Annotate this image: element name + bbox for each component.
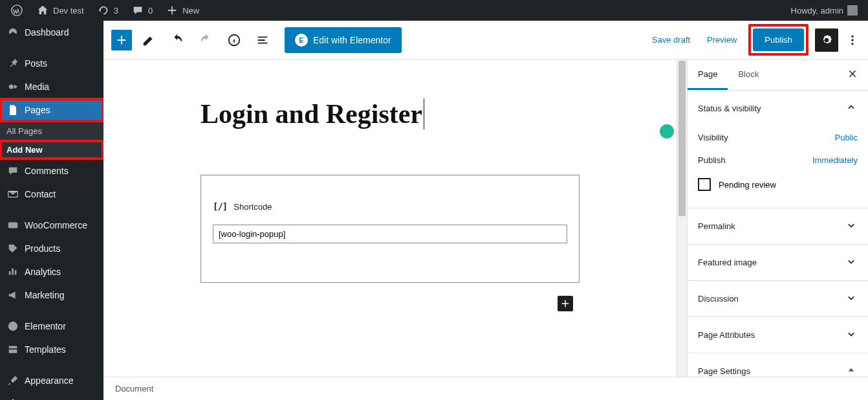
settings-toggle-button[interactable] — [815, 28, 838, 52]
tab-page[interactable]: Page — [688, 60, 728, 90]
sidebar-item-products[interactable]: Products — [0, 237, 103, 260]
sidebar-label-elementor: Elementor — [25, 321, 66, 331]
svg-point-7 — [851, 39, 853, 41]
svg-point-3 — [8, 322, 17, 331]
media-icon — [6, 80, 19, 93]
panel-label-featured: Featured image — [698, 258, 757, 267]
sidebar-label-woocommerce: WooCommerce — [25, 220, 87, 230]
panel-label-attributes: Page Attributes — [698, 330, 755, 340]
sidebar-sub-all-pages[interactable]: All Pages — [0, 122, 103, 140]
info-button[interactable] — [222, 28, 246, 52]
panel-discussion[interactable]: Discussion — [688, 281, 868, 317]
panel-label-status: Status & visibility — [698, 104, 761, 113]
sidebar-label-appearance: Appearance — [25, 375, 74, 386]
chevron-down-icon — [845, 291, 858, 306]
sidebar-item-appearance[interactable]: Appearance — [0, 369, 103, 392]
panel-status-visibility[interactable]: Status & visibility — [688, 91, 868, 126]
sidebar-item-analytics[interactable]: Analytics — [0, 260, 103, 283]
publish-button[interactable]: Publish — [753, 28, 804, 51]
panel-page-attributes[interactable]: Page Attributes — [688, 317, 868, 353]
gear-icon — [6, 397, 19, 400]
tab-block[interactable]: Block — [728, 60, 769, 90]
shortcode-label: Shortcode — [233, 202, 272, 212]
pending-review-checkbox[interactable] — [698, 178, 711, 191]
dashboard-icon — [6, 26, 19, 39]
sidebar-label-templates: Templates — [25, 344, 66, 355]
updates-count: 3 — [114, 6, 118, 16]
chevron-down-icon — [845, 255, 858, 270]
sidebar-item-woostify[interactable]: Woostify Options — [0, 392, 103, 400]
svg-point-8 — [851, 43, 853, 45]
sidebar-label-posts: Posts — [25, 58, 47, 69]
sidebar-item-media[interactable]: Media — [0, 75, 103, 98]
visibility-value[interactable]: Public — [835, 133, 858, 142]
sidebar-item-dashboard[interactable]: Dashboard — [0, 21, 103, 44]
howdy-link[interactable]: Howdy, admin — [786, 0, 863, 21]
page-title-input[interactable]: Login and Register — [201, 98, 424, 129]
new-content-link[interactable]: New — [160, 0, 204, 21]
scroll-thumb[interactable] — [678, 61, 686, 216]
triangle-up-icon — [845, 364, 858, 377]
sidebar-item-elementor[interactable]: Elementor — [0, 315, 103, 338]
svg-point-1 — [9, 84, 14, 89]
chevron-down-icon — [845, 328, 858, 342]
panel-permalink[interactable]: Permalink — [688, 208, 868, 244]
sidebar-item-marketing[interactable]: Marketing — [0, 283, 103, 307]
grammarly-icon[interactable] — [660, 124, 674, 139]
comment-icon — [6, 164, 19, 177]
sidebar-item-comments[interactable]: Comments — [0, 159, 103, 183]
analytics-icon — [6, 265, 19, 278]
sidebar-label-marketing: Marketing — [25, 290, 64, 300]
panel-label-discussion: Discussion — [698, 294, 739, 304]
svg-rect-2 — [8, 223, 17, 228]
shortcode-block[interactable]: [/]Shortcode — [201, 175, 580, 283]
sidebar-label-comments: Comments — [25, 166, 69, 176]
panel-featured-image[interactable]: Featured image — [688, 245, 868, 280]
chevron-down-icon — [845, 219, 858, 234]
close-panel-button[interactable] — [837, 60, 868, 90]
new-label: New — [182, 6, 199, 16]
publish-date-value[interactable]: Immediately — [812, 155, 858, 165]
svg-point-6 — [851, 35, 853, 37]
sidebar-sub-add-new[interactable]: Add New — [0, 140, 103, 159]
admin-bar: Dev test 3 0 New Howdy, admin — [0, 0, 868, 21]
sidebar-label-media: Media — [25, 82, 49, 92]
woo-icon — [6, 219, 19, 232]
editor-main: EEdit with Elementor Save draft Preview … — [103, 21, 868, 400]
sidebar-item-contact[interactable]: Contact — [0, 183, 103, 206]
document-breadcrumb[interactable]: Document — [103, 377, 868, 400]
add-block-button[interactable] — [111, 30, 132, 50]
add-block-inline-button[interactable] — [558, 296, 573, 311]
mail-icon — [6, 188, 19, 201]
elementor-badge-icon: E — [295, 34, 308, 47]
sidebar-item-templates[interactable]: Templates — [0, 338, 103, 361]
sidebar-label-dashboard: Dashboard — [25, 27, 69, 38]
outline-button[interactable] — [251, 28, 274, 52]
sidebar-item-pages[interactable]: Pages — [0, 98, 103, 122]
panel-page-settings[interactable]: Page Settings — [688, 353, 868, 377]
save-draft-button[interactable]: Save draft — [647, 31, 695, 49]
edit-with-elementor-button[interactable]: EEdit with Elementor — [285, 27, 402, 53]
elementor-btn-label: Edit with Elementor — [313, 35, 391, 45]
redo-button[interactable] — [194, 28, 217, 52]
updates-link[interactable]: 3 — [92, 0, 124, 21]
megaphone-icon — [6, 289, 19, 302]
editor-canvas[interactable]: Login and Register [/]Shortcode — [103, 60, 677, 377]
undo-button[interactable] — [166, 28, 189, 52]
edit-mode-button[interactable] — [137, 28, 160, 52]
site-name: Dev test — [53, 6, 84, 16]
wp-logo[interactable] — [5, 0, 28, 21]
more-options-button[interactable] — [845, 28, 860, 52]
sidebar-label-contact: Contact — [25, 189, 56, 199]
sidebar-item-posts[interactable]: Posts — [0, 52, 103, 75]
avatar — [847, 5, 858, 16]
shortcode-icon: [/] — [213, 201, 227, 212]
sidebar-item-woocommerce[interactable]: WooCommerce — [0, 214, 103, 237]
comments-link[interactable]: 0 — [126, 0, 158, 21]
shortcode-input[interactable] — [213, 225, 567, 243]
sidebar-label-pages: Pages — [25, 105, 50, 115]
preview-button[interactable]: Preview — [702, 31, 742, 49]
site-name-link[interactable]: Dev test — [31, 0, 89, 21]
elementor-icon — [6, 320, 19, 333]
canvas-scrollbar[interactable] — [677, 60, 687, 377]
